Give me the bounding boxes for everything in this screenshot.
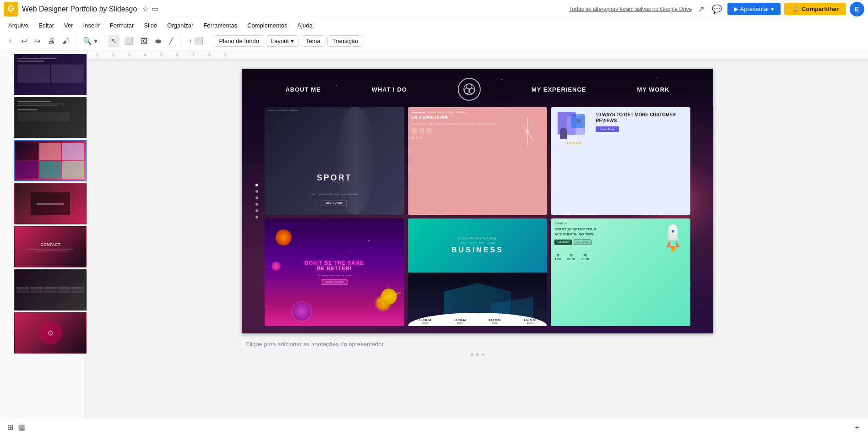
nav-icon	[458, 78, 481, 101]
portfolio-item-reviews[interactable]: ✉ ★★★★★ 10 WAYS TO GET MORE CUSTOMER REV…	[551, 107, 690, 215]
business-company-name: COMPANYNAME	[458, 236, 497, 240]
sport-subtitle: Lorem ipsum dolor sit amet consectetur	[310, 193, 358, 196]
slide-item-8[interactable]: 8	[14, 54, 83, 95]
select-tool[interactable]: ↖	[108, 35, 119, 47]
reviews-text-area: 10 WAYS TO GET MORE CUSTOMER REVIEWS Lea…	[596, 112, 686, 132]
svg-point-1	[467, 84, 472, 89]
slide-thumbnail-11[interactable]	[14, 183, 87, 224]
comments-button[interactable]: 💬	[710, 2, 724, 16]
space-line2: BE BETTER!	[305, 266, 364, 271]
paint-format-button[interactable]: 🖌	[60, 35, 72, 47]
slide-dot-1	[255, 184, 258, 186]
user-avatar[interactable]: E	[850, 2, 864, 16]
menu-editar[interactable]: Editar	[34, 20, 59, 31]
nav-my-experience[interactable]: MY EXPERIENCE	[532, 86, 586, 93]
grid-view-button[interactable]: ⊞	[7, 423, 13, 431]
slide-item-12[interactable]: 12 CONTACT	[14, 226, 83, 267]
portfolio-item-sport[interactable]: SPORT Lorem ipsum dolor sit amet consect…	[265, 107, 404, 215]
slide-item-9[interactable]: 9	[14, 97, 83, 138]
menu-ferramentas[interactable]: Ferramentas	[199, 20, 242, 31]
menu-arquivo[interactable]: Arquivo	[4, 20, 33, 31]
startup-stat-1: ⚙ 1.2K	[554, 253, 561, 261]
compartilhar-button[interactable]: 🔒 Compartilhar	[784, 3, 846, 15]
topbar: G Web Designer Portfolio by Slidesgo ☆ ▭…	[0, 0, 868, 18]
doc-title: Web Designer Portfolio by Slidesgo	[22, 5, 137, 13]
filmstrip-view-button[interactable]: ▦	[19, 423, 26, 431]
slide-dot-4	[255, 203, 258, 206]
slide-dot-3	[255, 196, 258, 199]
theme-button[interactable]: Tema	[301, 35, 326, 47]
slide-thumbnail-14[interactable]: ⚙	[14, 312, 87, 354]
canvas-wrapper: ABOUT ME WHAT I DO MY EXPERIENCE MY WORK	[242, 69, 713, 356]
sport-readmore-btn[interactable]: READ MORE	[322, 201, 347, 206]
folder-icon[interactable]: ▭	[152, 5, 158, 13]
toolbar-divider-1	[76, 36, 76, 47]
reviews-learn-more-btn[interactable]: Learn More	[596, 126, 619, 132]
horizontal-ruler: 1 2 3 4 5 6 7 8 9	[87, 50, 868, 60]
slide-thumbnail-8[interactable]	[14, 54, 87, 95]
space-btn[interactable]: TEACH MORE	[321, 279, 347, 285]
add-button[interactable]: ＋	[4, 34, 16, 48]
nav-what-i-do[interactable]: WHAT I DO	[372, 86, 407, 93]
slide-thumbnail-9[interactable]	[14, 97, 87, 138]
image-tool[interactable]: 🖼	[138, 35, 151, 47]
nav-about-me[interactable]: ABOUT ME	[285, 86, 320, 93]
shapes-tool[interactable]: ⬬	[152, 35, 164, 47]
slide-item-10[interactable]: 10	[14, 140, 83, 181]
space-line1: DON'T BE THE SAME	[305, 260, 364, 266]
menu-ver[interactable]: Ver	[60, 20, 78, 31]
portfolio-item-space[interactable]: DON'T BE THE SAME BE BETTER! Lorem ipsum…	[265, 218, 404, 326]
startup-btn1[interactable]: Get Started	[554, 240, 572, 245]
toolbar-divider-4	[210, 36, 210, 47]
slide-dot-6	[255, 216, 258, 218]
startup-title-top: STARTUP	[554, 222, 659, 225]
slide-thumbnail-10[interactable]	[14, 140, 87, 181]
slideshow-icon: ▶	[734, 5, 738, 12]
transition-button[interactable]: Transição	[327, 35, 363, 47]
layout-dropdown-icon: ▾	[291, 38, 294, 44]
background-button[interactable]: Plano de fundo	[214, 35, 264, 47]
portfolio-grid: SPORT Lorem ipsum dolor sit amet consect…	[242, 105, 713, 333]
slide-item-14[interactable]: 14 ⚙	[14, 312, 83, 354]
apresentar-button[interactable]: ▶ Apresentar ▾	[727, 3, 781, 15]
slide-thumbnail-12[interactable]: CONTACT	[14, 226, 87, 267]
slide-item-11[interactable]: 11	[14, 183, 83, 224]
startup-btn2[interactable]: Learn More	[574, 240, 592, 245]
portfolio-item-startup[interactable]: STARTUP STARTUP SETUP YOUR ACCOUNT IN NO…	[551, 218, 690, 326]
app-icon: G	[4, 2, 18, 16]
menu-slide[interactable]: Slide	[139, 20, 162, 31]
line-tool[interactable]: ╱	[166, 35, 176, 47]
comment-tool[interactable]: ＋⬜	[184, 34, 206, 48]
menu-organizar[interactable]: Organizar	[163, 20, 198, 31]
add-slide-button[interactable]: ＋	[853, 423, 861, 432]
canvas-area: 1 2 3 4 5 6 7 8 9	[87, 50, 868, 436]
slide-nav: ABOUT ME WHAT I DO MY EXPERIENCE MY WORK	[242, 69, 713, 105]
layout-button[interactable]: Layout ▾	[266, 35, 299, 47]
zoom-button[interactable]: 🔍 ▾	[80, 35, 100, 47]
undo-button[interactable]: ↩	[18, 35, 30, 47]
text-box-tool[interactable]: ⬜	[121, 35, 136, 47]
sport-title: SPORT	[317, 173, 352, 183]
menu-formatar[interactable]: Formatar	[105, 20, 139, 31]
portfolio-item-business[interactable]: COMPANYNAME Home About Blog Contact BUSI…	[408, 218, 548, 326]
startup-stat-3: ⚙ 90.1K	[581, 253, 590, 261]
menu-ajuda[interactable]: Ajuda	[293, 20, 317, 31]
redo-button[interactable]: ↪	[32, 35, 43, 47]
dropdown-arrow-icon: ▾	[771, 5, 774, 12]
star-icon[interactable]: ☆	[142, 5, 149, 13]
slide-thumbnail-13[interactable]	[14, 269, 87, 311]
print-button[interactable]: 🖨	[45, 35, 58, 47]
analytics-button[interactable]: ↗	[696, 2, 706, 16]
lock-icon: 🔒	[792, 5, 799, 12]
nav-my-work[interactable]: MY WORK	[637, 86, 669, 93]
slide-item-13[interactable]: 13	[14, 269, 83, 311]
toolbar-divider-3	[180, 36, 180, 47]
presenter-notes[interactable]: Clique para adicionar as anotações do ap…	[242, 337, 713, 351]
startup-line1: STARTUP SETUP YOUR	[554, 227, 659, 232]
menu-inserir[interactable]: Inserir	[79, 20, 104, 31]
slide-canvas[interactable]: ABOUT ME WHAT I DO MY EXPERIENCE MY WORK	[242, 69, 713, 333]
portfolio-item-lecorbusier[interactable]: Home About Blog Contact LE CORBUSIER Lor…	[408, 107, 548, 215]
menu-complementos[interactable]: Complementos	[243, 20, 292, 31]
startup-line2: ACCOUNT IN NO TIME	[554, 232, 659, 237]
slide-panel: 8 9	[0, 50, 87, 436]
